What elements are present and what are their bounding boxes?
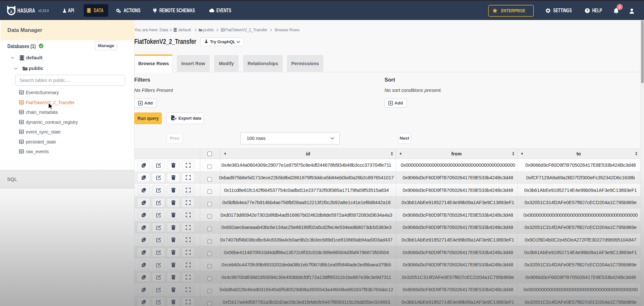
svg-text:λ: λ [10, 9, 13, 14]
svg-text:?: ? [586, 9, 588, 13]
